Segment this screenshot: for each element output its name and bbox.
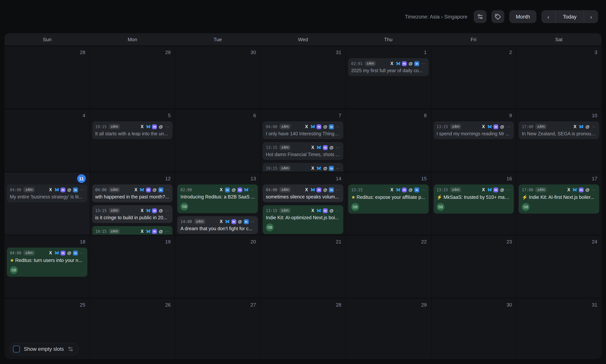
day-cell-30[interactable]: 30: [175, 46, 260, 108]
day-cell-28[interactable]: 28: [4, 46, 90, 108]
event-card[interactable]: 17:00±4mX@⋯In New Zealand, SEGA is prono…: [519, 121, 599, 139]
more-icon[interactable]: ⋯: [250, 219, 255, 224]
day-cell-23[interactable]: 23: [431, 235, 516, 298]
day-cell-13[interactable]: 1302:00Xin@m⋯Introducing Reditus: a B2B …: [175, 172, 260, 235]
day-cell-15[interactable]: 1513:15Xm@in⋯★Reditus: expose your affil…: [346, 172, 431, 235]
more-icon[interactable]: ⋯: [165, 229, 169, 234]
more-icon[interactable]: ⋯: [165, 187, 169, 192]
more-icon[interactable]: ⋯: [421, 187, 425, 192]
filter-settings-button[interactable]: [474, 10, 487, 23]
day-number: 29: [421, 302, 427, 308]
today-button[interactable]: Today: [556, 10, 584, 23]
event-card[interactable]: 02:00Xin@m⋯Introducing Reditus: a B2B Sa…: [178, 184, 258, 213]
show-empty-slots-checkbox[interactable]: [13, 345, 20, 353]
event-card[interactable]: 14:00±4mXm@in⋯A dream that you don’t fig…: [178, 216, 258, 234]
event-card[interactable]: 17:00±4mXm@⋯⚡Indie Kit: AI-first Next.js…: [519, 184, 599, 214]
weekday-label-sun: Sun: [4, 33, 90, 45]
day-cell-6[interactable]: 6: [175, 109, 260, 172]
day-cell-5[interactable]: 519:15±4mXm@⋯It all starts with a leap i…: [90, 109, 175, 172]
day-number: 13: [250, 176, 256, 181]
more-icon[interactable]: ⋯: [421, 61, 425, 66]
more-icon[interactable]: ⋯: [335, 208, 340, 213]
more-icon[interactable]: ⋯: [335, 187, 340, 192]
more-icon[interactable]: ⋯: [335, 145, 340, 150]
day-cell-2[interactable]: 2: [431, 46, 516, 108]
day-number-row: 9: [433, 109, 514, 121]
day-cell-31[interactable]: 31: [516, 299, 602, 359]
event-card[interactable]: 13:15Xm@in⋯★Reditus: expose your affilia…: [348, 184, 428, 214]
day-cell-7[interactable]: 704:00±4mXm@in⋯I only have 140 Interesti…: [260, 109, 345, 172]
day-cell-9[interactable]: 913:15±4mXm@⋯I spend my mornings reading…: [431, 109, 516, 172]
threads-icon: @: [500, 187, 505, 192]
day-cell-18[interactable]: 1804:00±4mXm@in⋯★Reditus: turn users int…: [4, 235, 90, 298]
event-card[interactable]: 19:15±4mX@in⋯“Listen to music or sports …: [263, 163, 343, 172]
event-card[interactable]: 04:00±4mXm@in⋯wth happened in the past m…: [92, 184, 172, 202]
day-cell-20[interactable]: 20: [175, 235, 260, 298]
more-icon[interactable]: ⋯: [506, 187, 511, 192]
event-card[interactable]: 19:15±4mXm@⋯It all starts with a leap in…: [92, 121, 172, 139]
day-cell-29[interactable]: 29: [346, 299, 431, 359]
day-cell-3[interactable]: 3: [516, 46, 602, 108]
day-cell-12[interactable]: 1204:00±4mXm@in⋯wth happened in the past…: [90, 172, 175, 235]
more-icon[interactable]: ⋯: [165, 124, 169, 129]
platform-icons: Xm@⋯: [566, 187, 596, 192]
time-offset-badge: ±4m: [280, 208, 291, 213]
event-card[interactable]: 19:15±4mXm@⋯Introducing MkSaaS: complete…: [92, 226, 172, 235]
more-icon[interactable]: ⋯: [335, 124, 340, 129]
event-card[interactable]: 13:15±4mXm@⋯is it cringe to build in pub…: [92, 205, 172, 223]
event-title: In New Zealand, SEGA is pronoun...: [522, 131, 596, 136]
view-month-button[interactable]: Month: [509, 10, 536, 23]
day-number-row: 14: [263, 172, 343, 184]
day-cell-10[interactable]: 1017:00±4mX@⋯In New Zealand, SEGA is pro…: [516, 109, 602, 172]
day-number-row: 17: [519, 172, 599, 184]
more-icon[interactable]: ⋯: [165, 208, 169, 213]
day-cell-8[interactable]: 8: [346, 109, 431, 172]
month-calendar: SunMonTueWedThuFriSat 28293031102:01±4mX…: [4, 33, 602, 359]
event-card[interactable]: 13:15±4mXm@⋯Hot damn Financial Times, sh…: [263, 142, 343, 160]
event-card[interactable]: 02:01±4mXm@in⋯2025 my first full year of…: [348, 58, 428, 76]
more-icon[interactable]: ⋯: [335, 166, 340, 171]
time-offset-badge: ±4m: [280, 124, 291, 129]
events-list: 02:00Xin@m⋯Introducing Reditus: a B2B Sa…: [178, 184, 258, 235]
day-cell-21[interactable]: 21: [260, 235, 345, 298]
day-cell-16[interactable]: 1613:15±4mXm@⋯⚡MkSaaS: trusted by 510+ m…: [431, 172, 516, 235]
day-cell-31[interactable]: 31: [260, 46, 345, 108]
more-icon[interactable]: ⋯: [591, 187, 596, 192]
event-card[interactable]: 13:15±4mXm@⋯Indie Kit: AI-optimized Next…: [263, 205, 343, 234]
event-card[interactable]: 04:00±4mXm@in⋯My entire 'business strate…: [7, 184, 87, 202]
day-cell-24[interactable]: 24: [516, 235, 602, 298]
event-card[interactable]: 04:00±4mXm@in⋯sometimes silence speaks v…: [263, 184, 343, 202]
more-icon[interactable]: ⋯: [79, 250, 84, 255]
day-cell-26[interactable]: 26: [90, 299, 175, 359]
more-icon[interactable]: ⋯: [250, 187, 255, 192]
show-empty-slots-control[interactable]: Show empty slots: [10, 343, 79, 355]
event-card[interactable]: 04:00±4mXm@in⋯★Reditus: turn users into …: [7, 247, 87, 277]
prev-period-button[interactable]: ‹: [541, 10, 555, 23]
event-title: ★Reditus: expose your affiliate p...: [351, 194, 425, 200]
day-cell-28[interactable]: 28: [260, 299, 345, 359]
day-cell-14[interactable]: 1404:00±4mXm@in⋯sometimes silence speaks…: [260, 172, 345, 235]
tag-filter-button[interactable]: [492, 10, 504, 23]
more-icon[interactable]: ⋯: [506, 124, 511, 129]
day-cell-22[interactable]: 22: [346, 235, 431, 298]
day-cell-29[interactable]: 29: [90, 46, 175, 108]
event-card[interactable]: 13:15±4mXm@⋯⚡MkSaaS: trusted by 510+ mak…: [433, 184, 514, 214]
next-period-button[interactable]: ›: [584, 10, 598, 23]
day-cell-27[interactable]: 27: [175, 299, 260, 359]
day-cell-17[interactable]: 1717:00±4mXm@⋯⚡Indie Kit: AI-first Next.…: [516, 172, 602, 235]
sliders-icon: [477, 13, 483, 20]
event-card[interactable]: 13:15±4mXm@⋯I spend my mornings reading …: [433, 121, 514, 139]
day-cell-4[interactable]: 4: [4, 109, 90, 172]
day-cell-11[interactable]: 1104:00±4mXm@in⋯My entire 'business stra…: [4, 172, 90, 235]
linkedin-icon: in: [414, 61, 419, 66]
time-offset-badge: ±4m: [109, 208, 120, 213]
platform-icons: Xm@⋯: [140, 208, 169, 213]
platform-icons: Xm@⋯: [310, 208, 340, 213]
more-icon[interactable]: ⋯: [79, 187, 84, 192]
day-cell-19[interactable]: 19: [90, 235, 175, 298]
day-cell-1[interactable]: 102:01±4mXm@in⋯2025 my first full year o…: [346, 46, 431, 108]
event-card[interactable]: 04:00±4mXm@in⋯I only have 140 Interestin…: [263, 121, 343, 139]
more-icon[interactable]: ⋯: [591, 124, 596, 129]
day-cell-30[interactable]: 30: [431, 299, 516, 359]
slots-settings-icon[interactable]: [68, 346, 73, 352]
